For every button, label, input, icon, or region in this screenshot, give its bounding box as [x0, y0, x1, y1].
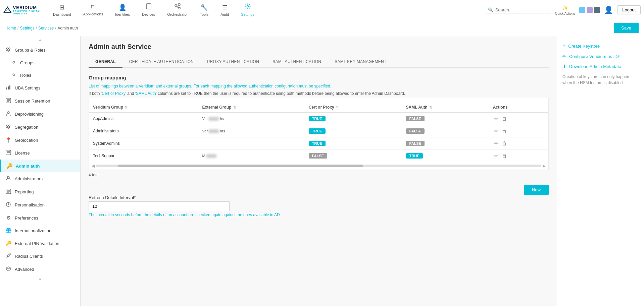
main-layout: ▲ Groups & Roles Groups Roles — [0, 36, 644, 306]
sidebar-item-internationalization[interactable]: 🌐 Internationalization — [0, 224, 80, 237]
search-box[interactable]: 🔍 — [486, 7, 551, 13]
sidebar-item-groups[interactable]: Groups — [0, 57, 80, 69]
table-row: Administrators Ver brs TRUEFALSE ✏ 🗑 — [89, 125, 548, 137]
nav-item-tools[interactable]: 🔧 Tools — [194, 4, 214, 16]
svg-point-12 — [13, 74, 15, 76]
right-panel-note: Creation of keystore can only happen whe… — [562, 74, 639, 86]
radius-clients-icon — [5, 253, 11, 259]
svg-point-21 — [7, 125, 8, 127]
sidebar-item-label: External PIN Validation — [15, 241, 59, 246]
tab-proxy-auth[interactable]: PROXY AUTHENTICATION — [200, 56, 266, 68]
logo-text: VERIDIUM — [13, 5, 47, 10]
table-scrollbar[interactable] — [96, 165, 541, 167]
sidebar-item-session-retention[interactable]: Session Retention — [0, 95, 80, 108]
right-panel: + Create Keystore ✏ Configure Veridium a… — [557, 36, 644, 306]
saml-auth-badge: FALSE — [406, 116, 425, 121]
logout-button[interactable]: Logout — [617, 5, 641, 14]
nav-item-settings[interactable]: Settings — [235, 3, 260, 16]
nav-item-audit[interactable]: ☰ Audit — [214, 4, 235, 16]
col-saml-auth: SAML Auth ⇅ — [402, 102, 489, 113]
groups-roles-icon — [5, 47, 11, 53]
svg-rect-3 — [175, 5, 177, 6]
sidebar-item-preferences[interactable]: ⚙ Preferences — [0, 211, 80, 224]
sidebar-item-segregation[interactable]: Segregation — [0, 121, 80, 134]
delete-button[interactable]: 🗑 — [501, 115, 508, 122]
sidebar-item-uba-settings[interactable]: UBA Settings — [0, 81, 80, 95]
sidebar-item-label: Preferences — [15, 216, 38, 221]
tab-saml-key[interactable]: SAML KEY MANAGEMENT — [328, 56, 393, 68]
sidebar-item-radius-clients[interactable]: Radius Clients — [0, 250, 80, 263]
tab-cert-auth[interactable]: CERTIFICATE AUTHENTICATION — [122, 56, 200, 68]
new-button[interactable]: New — [524, 185, 549, 195]
download-metadata-link[interactable]: ⬇ Download Admin Metadata — [562, 64, 639, 69]
sidebar-item-geolocation[interactable]: 📍 Geolocation — [0, 134, 80, 146]
identities-icon: 👤 — [119, 4, 126, 11]
sidebar-item-label: Reporting — [15, 189, 34, 194]
svg-point-8 — [247, 6, 249, 7]
scroll-left-arrow[interactable]: ◀ — [92, 164, 95, 168]
edit-button[interactable]: ✏ — [493, 152, 500, 159]
color-dot-2[interactable] — [587, 7, 593, 13]
color-dot-1[interactable] — [579, 7, 585, 13]
col-cert-proxy: Cert or Proxy ⇅ — [305, 102, 402, 113]
page-title: Admin auth Service — [89, 43, 549, 51]
search-input[interactable] — [495, 7, 549, 12]
delete-button[interactable]: 🗑 — [501, 152, 508, 159]
configure-veridium-link[interactable]: ✏ Configure Veridium as IDP — [562, 54, 639, 59]
sidebar-scroll-up: ▲ — [0, 36, 80, 44]
license-icon — [5, 150, 11, 156]
quick-actions-icon: ✨ — [562, 5, 568, 11]
tab-saml-auth[interactable]: SAML AUTHENTICATION — [266, 56, 328, 68]
nav-item-identities[interactable]: 👤 Identities — [109, 4, 136, 16]
sidebar-item-label: Roles — [20, 73, 31, 78]
main-content: Admin auth Service GENERAL CERTIFICATE A… — [81, 36, 557, 306]
sidebar-item-advanced[interactable]: Advanced — [0, 263, 80, 276]
sidebar-item-reporting[interactable]: Reporting — [0, 185, 80, 198]
nav-items: ⊞ Dashboard ⧉ Applications 👤 Identities … — [47, 3, 486, 16]
sidebar-item-administrators[interactable]: Administrators — [0, 172, 80, 185]
sidebar-item-personalisation[interactable]: Personalisation — [0, 198, 80, 211]
preferences-icon: ⚙ — [5, 215, 11, 221]
svg-rect-27 — [6, 189, 11, 194]
save-button[interactable]: Save — [614, 23, 639, 33]
delete-button[interactable]: 🗑 — [501, 140, 508, 147]
sidebar-item-groups-roles[interactable]: Groups & Roles — [0, 44, 80, 57]
svg-rect-13 — [6, 87, 7, 89]
sort-icon-veridium: ⇅ — [125, 106, 128, 109]
breadcrumb-services[interactable]: Services — [38, 26, 54, 30]
external-pin-icon: 🔑 — [5, 240, 11, 246]
delete-button[interactable]: 🗑 — [501, 128, 508, 134]
col-external-group: External Group ⇅ — [198, 102, 305, 113]
sidebar-scroll-down: ▼ — [0, 276, 80, 283]
breadcrumb-home[interactable]: Home — [5, 26, 16, 30]
sidebar-item-deprovisioning[interactable]: Deprovisioning — [0, 108, 80, 121]
breadcrumb: Home / Settings / Services / Admin auth … — [0, 20, 644, 36]
svg-rect-5 — [178, 7, 180, 9]
refresh-interval-input[interactable] — [89, 201, 230, 211]
breadcrumb-settings[interactable]: Settings — [20, 26, 34, 30]
table-scrollbar-container: ◀ ▶ — [89, 162, 548, 170]
sidebar-item-label: Session Retention — [15, 99, 50, 104]
sidebar-item-external-pin[interactable]: 🔑 External PIN Validation — [0, 237, 80, 250]
scroll-right-arrow[interactable]: ▶ — [543, 164, 546, 168]
svg-rect-4 — [178, 4, 180, 5]
nav-item-dashboard[interactable]: ⊞ Dashboard — [47, 4, 77, 16]
refresh-interval-label: Refresh Details Interval* — [89, 195, 549, 200]
sidebar-item-roles[interactable]: Roles — [0, 69, 80, 81]
group-mapping-section: Group mapping List of mappings between a… — [89, 75, 549, 177]
internationalization-icon: 🌐 — [5, 228, 11, 234]
nav-item-applications[interactable]: ⧉ Applications — [77, 4, 109, 16]
create-keystore-link[interactable]: + Create Keystore — [562, 43, 639, 49]
sidebar-item-admin-auth[interactable]: 🔑 Admin auth — [0, 160, 80, 172]
edit-button[interactable]: ✏ — [493, 140, 500, 147]
nav-item-devices[interactable]: Devices — [136, 3, 161, 16]
sidebar-item-license[interactable]: License — [0, 146, 80, 160]
color-dot-3[interactable] — [594, 7, 600, 13]
session-retention-icon — [5, 98, 11, 104]
user-avatar-icon[interactable]: 👤 — [604, 6, 613, 14]
nav-item-orchestrator[interactable]: Orchestrator — [161, 3, 194, 16]
edit-button[interactable]: ✏ — [493, 115, 500, 122]
edit-button[interactable]: ✏ — [493, 128, 500, 134]
search-icon: 🔍 — [488, 7, 493, 12]
tab-general[interactable]: GENERAL — [89, 56, 122, 68]
